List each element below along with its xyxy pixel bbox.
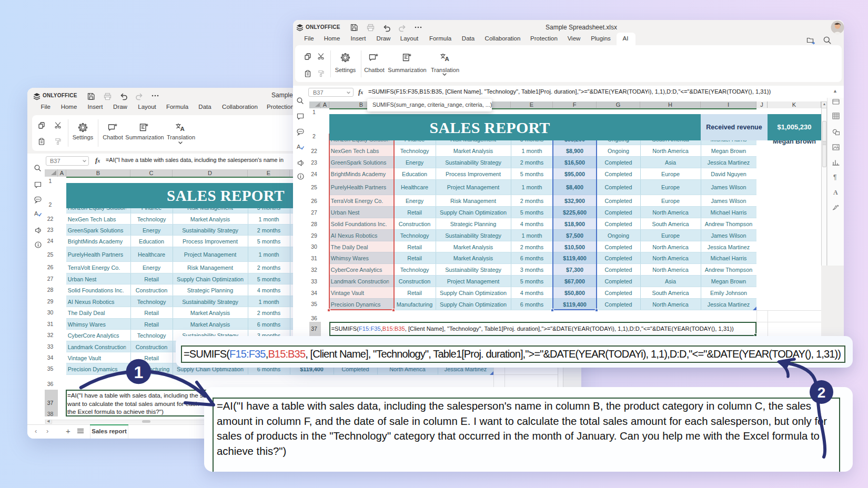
svg-text:1: 1 [134,363,144,382]
svg-text:2: 2 [817,384,826,401]
